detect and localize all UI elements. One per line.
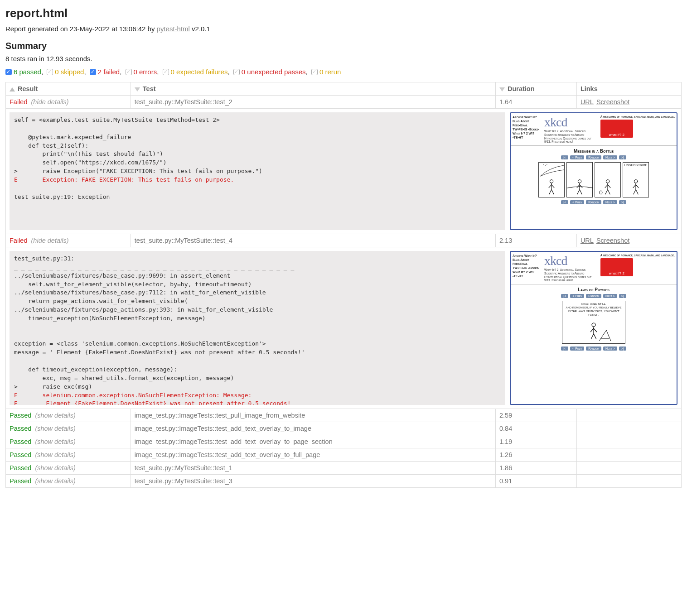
detail-row: self = <examples.test_suite.MyTestSuite … — [6, 109, 682, 234]
checkbox-skipped[interactable] — [47, 69, 53, 75]
test-name: test_suite.py::MyTestSuite::test_1 — [131, 462, 495, 475]
svg-line-11 — [580, 190, 582, 195]
page-title: report.html — [5, 6, 682, 20]
duration: 1.19 — [495, 435, 576, 448]
xkcd-logo: xkcd — [544, 115, 598, 130]
duration: 1.64 — [495, 96, 576, 109]
status-failed: Failed — [10, 237, 28, 244]
comic-panel: UNSUBSCRIBE — [623, 162, 649, 197]
svg-line-32 — [606, 330, 611, 341]
url-link[interactable]: URL — [581, 98, 594, 106]
svg-line-8 — [577, 185, 580, 188]
count-xfail[interactable]: 0 expected failures — [171, 68, 228, 76]
count-errors[interactable]: 0 errors — [134, 68, 157, 76]
links-cell — [576, 435, 681, 448]
svg-point-25 — [592, 323, 595, 327]
svg-line-23 — [634, 190, 636, 195]
svg-point-12 — [606, 180, 609, 183]
duration: 2.13 — [495, 234, 576, 247]
links-cell — [576, 448, 681, 462]
svg-line-30 — [594, 334, 596, 339]
checkbox-xpass[interactable] — [233, 69, 240, 75]
summary-counts: 6 passed, 0 skipped, 2 failed, 0 errors,… — [5, 68, 682, 76]
sort-icon — [135, 87, 140, 91]
screenshot-link[interactable]: Screenshot — [596, 98, 629, 106]
toggle-details[interactable]: (show details) — [35, 438, 75, 445]
report-meta: Report generated on 23-May-2022 at 13:06… — [5, 25, 682, 33]
count-xpass[interactable]: 0 unexpected passes — [242, 68, 306, 76]
count-skipped[interactable]: 0 skipped — [55, 68, 84, 76]
checkbox-failed[interactable] — [90, 69, 96, 75]
col-test[interactable]: Test — [131, 82, 495, 96]
comic-panel — [538, 162, 565, 197]
svg-line-21 — [633, 185, 636, 188]
detail-row: test_suite.py:31: _ _ _ _ _ _ _ _ _ _ _ … — [6, 247, 682, 409]
sort-icon — [499, 87, 505, 91]
duration: 0.84 — [495, 422, 576, 435]
xkcd-logo: xkcd — [544, 254, 598, 268]
test-name: image_test.py::ImageTests::test_add_text… — [131, 435, 495, 448]
svg-line-27 — [590, 328, 594, 332]
count-failed[interactable]: 2 failed — [98, 68, 120, 76]
svg-point-19 — [634, 180, 637, 183]
table-row: Passed (show details) image_test.py::Ima… — [6, 409, 682, 422]
comic-panel — [566, 162, 593, 197]
count-rerun[interactable]: 0 rerun — [319, 68, 341, 76]
test-name: test_suite.py::MyTestSuite::test_2 — [131, 96, 495, 109]
comic-panel — [595, 162, 621, 197]
url-link[interactable]: URL — [581, 237, 594, 244]
toggle-details[interactable]: (hide details) — [31, 98, 69, 106]
screenshot-thumbnail[interactable]: Archive What If? Blag About Feed•Email T… — [510, 112, 677, 230]
duration: 2.59 — [495, 409, 576, 422]
svg-line-2 — [549, 185, 552, 188]
col-duration[interactable]: Duration — [495, 82, 576, 96]
svg-line-15 — [608, 185, 610, 188]
toggle-details[interactable]: (show details) — [35, 477, 75, 485]
table-row: Passed (show details) image_test.py::Ima… — [6, 422, 682, 435]
xkcd-promo: What If? 2: Additional Serious Scientifi… — [544, 268, 598, 282]
table-row: Failed (hide details) test_suite.py::MyT… — [6, 96, 682, 109]
toggle-details[interactable]: (show details) — [35, 464, 75, 472]
toggle-details[interactable]: (hide details) — [31, 237, 69, 244]
toggle-details[interactable]: (show details) — [35, 425, 75, 432]
sort-asc-icon — [10, 87, 15, 91]
screenshot-thumbnail[interactable]: Archive What If? Blag About Feed•Email T… — [510, 251, 677, 405]
pytest-html-link[interactable]: pytest-html — [157, 25, 190, 33]
svg-point-0 — [550, 180, 553, 183]
table-row: Failed (hide details) test_suite.py::MyT… — [6, 234, 682, 247]
table-row: Passed (show details) image_test.py::Ima… — [6, 448, 682, 462]
svg-point-6 — [578, 180, 581, 183]
toggle-details[interactable]: (show details) — [35, 451, 75, 458]
svg-line-5 — [552, 190, 554, 195]
checkbox-rerun[interactable] — [311, 69, 318, 75]
count-passed[interactable]: 6 passed — [14, 68, 41, 76]
svg-line-9 — [580, 185, 582, 188]
traceback[interactable]: self = <examples.test_suite.MyTestSuite … — [10, 112, 505, 230]
traceback[interactable]: test_suite.py:31: _ _ _ _ _ _ _ _ _ _ _ … — [10, 251, 505, 405]
checkbox-passed[interactable] — [5, 69, 12, 75]
svg-line-17 — [608, 190, 610, 195]
svg-line-31 — [599, 330, 606, 341]
screenshot-link[interactable]: Screenshot — [596, 237, 629, 244]
toggle-details[interactable]: (show details) — [35, 412, 75, 419]
status-passed: Passed — [10, 477, 31, 485]
table-row: Passed (show details) test_suite.py::MyT… — [6, 462, 682, 475]
summary-heading: Summary — [5, 41, 682, 51]
checkbox-xfail[interactable] — [163, 69, 169, 75]
xkcd-tagline: A webcomic of romance, sarcasm, math, an… — [600, 254, 675, 257]
checkbox-errors[interactable] — [126, 69, 132, 75]
svg-line-22 — [636, 185, 639, 188]
links-cell — [576, 422, 681, 435]
svg-line-3 — [552, 185, 554, 188]
links-cell — [576, 409, 681, 422]
test-name: image_test.py::ImageTests::test_add_text… — [131, 422, 495, 435]
comic-nav: |<< PrevRandomNext >>| — [513, 155, 674, 159]
svg-line-29 — [591, 334, 594, 339]
comic-nav: |<< PrevRandomNext >>| — [513, 294, 674, 298]
status-failed: Failed — [10, 98, 28, 106]
xkcd-sidebar: Archive What If? Blag About Feed•Email T… — [511, 252, 542, 284]
svg-line-28 — [594, 328, 597, 332]
col-links: Links — [576, 82, 681, 96]
col-result[interactable]: Result — [6, 82, 131, 96]
whatif2-badge: what if? 2 — [600, 120, 633, 138]
